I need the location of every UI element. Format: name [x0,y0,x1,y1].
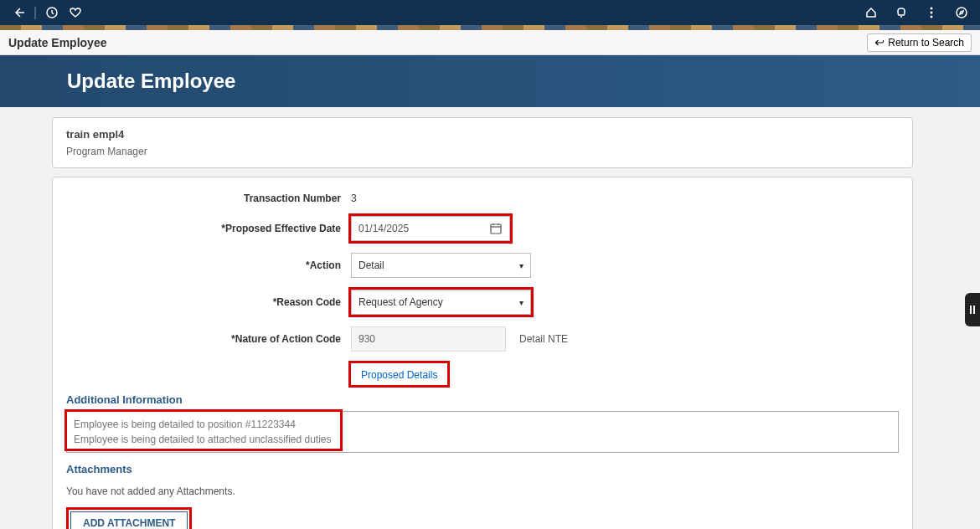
back-icon[interactable] [10,4,27,21]
return-icon [874,38,885,48]
employee-name: train empl4 [66,128,899,141]
form-card: Transaction Number 3 *Proposed Effective… [52,177,913,529]
action-select[interactable]: Detail ▾ [351,253,531,278]
svg-rect-6 [491,224,501,234]
employee-card: train empl4 Program Manager [52,117,913,168]
reason-row: *Reason Code Request of Agency ▾ [66,290,899,315]
noac-label: *Nature of Action Code [66,333,351,345]
svg-point-2 [931,8,933,10]
calendar-icon[interactable] [489,222,503,235]
effective-date-field[interactable] [351,216,510,241]
additional-info-header: Additional Information [66,393,899,406]
top-nav-left: | [10,4,84,21]
compass-icon[interactable] [953,4,970,21]
page-banner: Update Employee [0,55,980,107]
transaction-row: Transaction Number 3 [66,193,899,204]
bell-icon[interactable] [893,4,910,21]
reason-value: Request of Agency [358,296,443,308]
effective-date-row: *Proposed Effective Date [66,216,899,241]
additional-info-textarea[interactable]: Employee is being detailed to position #… [66,411,899,453]
action-label: *Action [66,259,351,271]
return-label: Return to Search [888,37,964,49]
action-value: Detail [358,259,384,271]
transaction-value: 3 [351,193,357,204]
svg-rect-10 [970,306,972,314]
proposed-details-row: Proposed Details [66,363,899,385]
home-icon[interactable] [863,4,879,21]
svg-point-5 [957,8,967,18]
action-row: *Action Detail ▾ [66,253,899,278]
svg-rect-11 [973,306,975,314]
effective-date-label: *Proposed Effective Date [66,223,351,234]
additional-info-text: Employee is being detailed to position #… [74,417,891,447]
noac-row: *Nature of Action Code 930 Detail NTE [66,326,899,352]
main-content: train empl4 Program Manager Transaction … [0,107,980,529]
heart-icon[interactable] [67,4,84,21]
noac-value: 930 [358,333,375,345]
noac-side-text: Detail NTE [519,333,568,345]
top-nav-right [863,4,970,21]
history-icon[interactable] [44,4,60,21]
attachments-empty-text: You have not added any Attachments. [66,485,899,497]
reason-label: *Reason Code [66,296,351,308]
return-to-search-button[interactable]: Return to Search [867,33,972,52]
secondary-title: Update Employee [8,36,106,49]
side-panel-tab[interactable] [965,293,980,326]
page-title: Update Employee [67,69,235,93]
noac-value-field: 930 [351,326,506,352]
employee-role: Program Manager [66,146,899,157]
chevron-down-icon: ▾ [519,298,524,307]
add-attachment-wrap: ADD ATTACHMENT [66,507,192,529]
secondary-bar: Update Employee Return to Search [0,30,980,55]
add-attachment-button[interactable]: ADD ATTACHMENT [70,511,188,529]
textarea-container: Employee is being detailed to position #… [66,411,899,453]
chevron-down-icon: ▾ [519,261,524,270]
svg-point-3 [931,12,933,14]
attachments-header: Attachments [66,463,899,475]
proposed-details-wrap: Proposed Details [351,363,447,385]
transaction-label: Transaction Number [66,193,351,204]
svg-point-4 [931,16,933,18]
menu-dots-icon[interactable] [923,4,940,21]
nav-separator: | [34,5,37,20]
proposed-details-link[interactable]: Proposed Details [361,369,437,381]
reason-select[interactable]: Request of Agency ▾ [351,290,531,315]
effective-date-input[interactable] [358,223,489,234]
top-nav-bar: | [0,0,980,25]
